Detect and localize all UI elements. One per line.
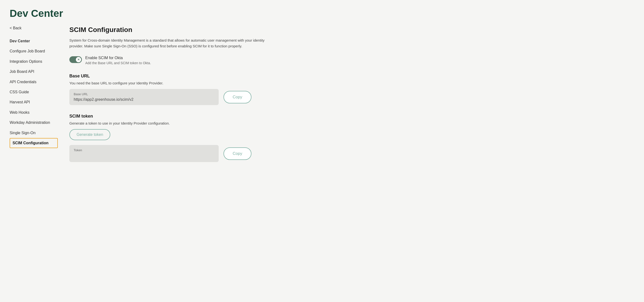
scim-toggle[interactable]: ✕ [69,56,82,63]
base-url-field-row: Base URL https://app2.greenhouse.io/scim… [69,89,286,105]
page-title: Dev Center [0,0,644,24]
content-area: < Back Dev CenterConfigure Job BoardInte… [0,24,644,302]
token-copy-button[interactable]: Copy [224,148,252,160]
toggle-sublabel: Add the Base URL and SCIM token to Okta. [85,61,151,65]
sidebar-nav: Dev CenterConfigure Job BoardIntegration… [10,36,58,148]
scim-token-section: SCIM token Generate a token to use in yo… [69,114,286,162]
sidebar-item-integration-options[interactable]: Integration Options [10,56,58,67]
base-url-copy-button[interactable]: Copy [224,91,252,103]
sidebar-item-dev-center[interactable]: Dev Center [10,36,58,46]
base-url-description: You need the base URL to configure your … [69,81,286,85]
scim-configuration-description: System for Cross-domain Identity Managem… [69,37,267,49]
sidebar: < Back Dev CenterConfigure Job BoardInte… [10,24,58,302]
base-url-section: Base URL You need the base URL to config… [69,74,286,105]
generate-token-button[interactable]: Generate token [69,129,110,140]
toggle-label-group: Enable SCIM for Okta Add the Base URL an… [85,56,151,65]
base-url-field-value: https://app2.greenhouse.io/scim/v2 [74,97,214,102]
toggle-x-icon: ✕ [77,58,80,61]
base-url-field-label: Base URL [74,92,214,96]
sidebar-item-web-hooks[interactable]: Web Hooks [10,108,58,118]
toggle-label: Enable SCIM for Okta [85,56,151,60]
scim-toggle-row: ✕ Enable SCIM for Okta Add the Base URL … [69,56,286,65]
toggle-knob: ✕ [76,57,81,62]
back-link[interactable]: < Back [10,26,58,30]
sidebar-item-css-guide[interactable]: CSS Guide [10,87,58,97]
sidebar-item-api-credentials[interactable]: API Credentials [10,77,58,87]
scim-configuration-title: SCIM Configuration [69,26,286,34]
token-field-value [74,153,214,159]
scim-token-title: SCIM token [69,114,286,119]
main-content: SCIM Configuration System for Cross-doma… [69,24,286,302]
token-field-label: Token [74,148,214,152]
sidebar-item-configure-job-board[interactable]: Configure Job Board [10,46,58,56]
sidebar-item-job-board-api[interactable]: Job Board API [10,67,58,77]
sidebar-item-workday-administration[interactable]: Workday Administration [10,118,58,128]
sidebar-item-scim-configuration[interactable]: SCIM Configuration [10,138,58,148]
base-url-title: Base URL [69,74,286,79]
token-field-box: Token [69,145,219,162]
sidebar-item-harvest-api[interactable]: Harvest API [10,97,58,107]
sidebar-item-single-sign-on[interactable]: Single Sign-On [10,128,58,138]
page-wrapper: Dev Center < Back Dev CenterConfigure Jo… [0,0,644,302]
token-field-row: Token Copy [69,145,286,162]
base-url-field-box: Base URL https://app2.greenhouse.io/scim… [69,89,219,105]
scim-token-description: Generate a token to use in your Identity… [69,121,286,125]
